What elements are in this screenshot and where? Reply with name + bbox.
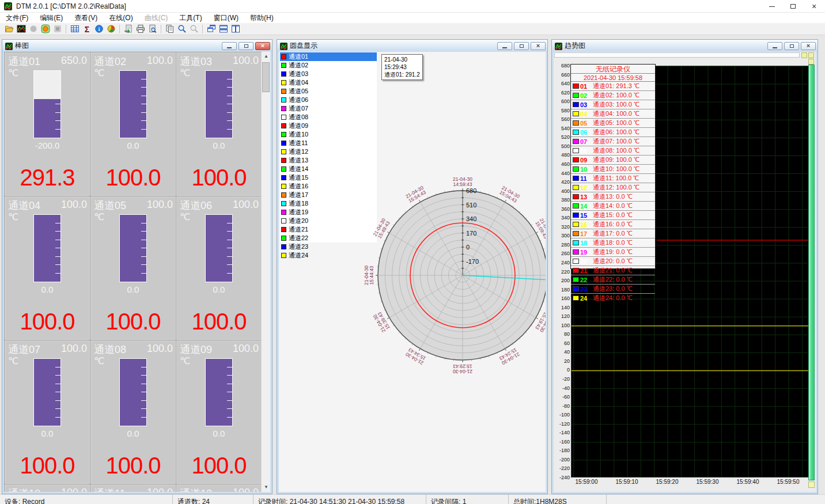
record-gray-icon[interactable] (28, 24, 39, 34)
trend-scroll-button-icon[interactable] (808, 52, 814, 58)
channel-list-item-13[interactable]: 通道13 (280, 156, 377, 165)
menu-view[interactable]: 查看(V) (69, 13, 103, 24)
channel-list-item-05[interactable]: 通道05 (280, 87, 377, 96)
print-icon[interactable] (135, 24, 146, 34)
main-titlebar: DTM 2.0.1 [C:\DTM 2.0.2\RealData] × (0, 0, 825, 13)
gauge-header: 通道01650.0 (8, 55, 87, 67)
channel-list-item-02[interactable]: 通道02 (280, 61, 377, 70)
menu-file[interactable]: 文件(F) (0, 13, 34, 24)
minimize-button[interactable] (762, 0, 782, 13)
gauge-tick (55, 408, 60, 409)
menu-window[interactable]: 窗口(W) (208, 13, 244, 24)
bar-window-minimize-button[interactable] (222, 42, 237, 50)
curve-view-icon[interactable] (16, 24, 27, 34)
trend-scroll-button-icon[interactable] (808, 59, 814, 65)
legend-color-swatch (573, 286, 579, 291)
toolbar-separator (202, 25, 203, 33)
trend-horizontal-scrollbar[interactable] (554, 52, 800, 58)
stop-gray-icon[interactable] (52, 24, 63, 34)
channel-list-item-12[interactable]: 通道12 (280, 147, 377, 156)
bar-gauge-cell: 通道10100.0℃0.0100.0 (5, 484, 90, 492)
app-icon (555, 42, 562, 50)
y-axis-label: 60 (554, 340, 570, 346)
disc-window-close-button[interactable]: × (531, 42, 546, 50)
channel-color-swatch (281, 201, 286, 206)
channel-color-swatch (281, 192, 286, 198)
scroll-up-icon[interactable]: ▲ (262, 52, 270, 61)
bar-window-maximize-button[interactable] (239, 42, 253, 50)
channel-list-item-06[interactable]: 通道06 (280, 96, 377, 104)
channel-list-item-10[interactable]: 通道10 (280, 130, 377, 139)
y-axis-label: -60 (554, 394, 570, 400)
gauge-header: 通道08100.0 (94, 343, 173, 355)
legend-channel-number: 13 (580, 194, 590, 200)
menu-curve[interactable]: 曲线(C) (139, 13, 174, 24)
svg-text:680: 680 (466, 187, 476, 194)
bar-window-titlebar[interactable]: 棒图 × (2, 40, 272, 52)
trend-window-maximize-button[interactable] (784, 42, 799, 50)
channel-name: 通道09 (289, 122, 308, 130)
gauge-fill (206, 215, 232, 282)
legend-row-18: 18通道18: 0.0 ℃ (571, 238, 655, 248)
window-title: DTM 2.0.1 [C:\DTM 2.0.2\RealData] (16, 0, 126, 13)
channel-name: 通道07 (289, 104, 308, 113)
range-max-value: 100.0 (147, 487, 173, 492)
gauge-fill (120, 71, 146, 138)
legend-color-swatch (573, 93, 579, 98)
bar-window-close-button[interactable]: × (255, 42, 270, 50)
channel-list-item-08[interactable]: 通道08 (280, 113, 377, 122)
scroll-down-icon[interactable]: ▼ (262, 483, 270, 492)
trend-vertical-scrollbar[interactable] (808, 65, 815, 480)
legend-channel-number: 11 (580, 175, 590, 182)
print-preview-icon[interactable] (147, 24, 158, 34)
trend-window-titlebar[interactable]: 趋势图 × (552, 40, 818, 52)
scrollbar-thumb[interactable] (262, 62, 270, 92)
disc-window-minimize-button[interactable] (497, 42, 512, 50)
export-icon[interactable] (123, 24, 134, 34)
close-button[interactable]: × (803, 0, 825, 13)
menu-tools[interactable]: 工具(T) (173, 13, 207, 24)
gauge-header: 通道04100.0 (8, 199, 87, 211)
trend-window-close-button[interactable]: × (801, 42, 816, 50)
channel-list-item-03[interactable]: 通道03 (280, 70, 377, 78)
channel-list-item-01[interactable]: 通道01 (280, 52, 377, 61)
legend-channel-value: 通道19: 0.0 ℃ (593, 248, 633, 256)
channel-list-item-04[interactable]: 通道04 (280, 78, 377, 87)
cascade-windows-icon[interactable] (206, 24, 217, 34)
trend-window-minimize-button[interactable] (767, 42, 782, 50)
tile-vertical-icon[interactable] (230, 24, 241, 34)
menu-online[interactable]: 在线(O) (103, 13, 138, 24)
y-axis-label: 640 (554, 81, 570, 86)
zoom-disabled-icon[interactable] (188, 24, 199, 34)
channel-name: 通道02 (289, 61, 308, 70)
data-table-icon[interactable] (69, 24, 80, 34)
channel-color-swatch (281, 123, 286, 128)
zoom-icon[interactable] (176, 24, 187, 34)
channel-name: 通道23 (289, 242, 308, 251)
maximize-button[interactable] (782, 0, 803, 13)
menu-edit[interactable]: 编辑(E) (34, 13, 69, 24)
svg-text:Σ: Σ (84, 25, 89, 34)
disc-window-maximize-button[interactable] (514, 42, 529, 50)
menu-help[interactable]: 帮助(H) (244, 13, 279, 24)
trend-scroll-button-icon[interactable] (801, 52, 807, 58)
pie-chart-icon[interactable] (105, 24, 116, 34)
x-axis-label: 15:59:50 (772, 479, 804, 485)
copy-icon[interactable] (164, 24, 175, 34)
y-axis-label: -100 (554, 412, 570, 418)
disc-window-titlebar[interactable]: 圆盘显示 × (277, 40, 547, 52)
y-axis-label: -20 (554, 376, 570, 382)
record-active-icon[interactable] (40, 24, 51, 34)
statistics-icon[interactable]: Σ (81, 24, 92, 34)
channel-list-item-11[interactable]: 通道11 (280, 139, 377, 147)
tile-horizontal-icon[interactable] (218, 24, 229, 34)
bar-window-scrollbar[interactable]: ▲ ▼ (261, 52, 270, 492)
open-file-icon[interactable] (3, 24, 14, 34)
polar-chart[interactable]: 6805103401700-17021-04-3014:59:4321-04-3… (353, 166, 546, 385)
channel-list-item-07[interactable]: 通道07 (280, 104, 377, 113)
range-max-value: 100.0 (233, 199, 259, 211)
trend-scroll-button-icon[interactable] (808, 482, 815, 488)
info-icon[interactable]: i (93, 24, 104, 34)
channel-list-item-09[interactable]: 通道09 (280, 122, 377, 130)
gauge-tick (227, 79, 232, 79)
